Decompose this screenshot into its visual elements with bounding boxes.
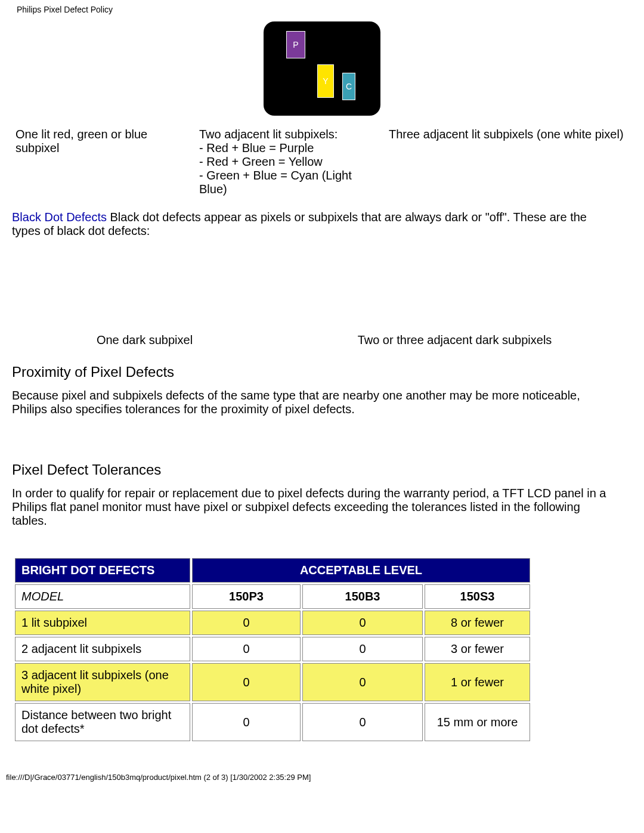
model-cell: 150P3 <box>192 584 301 609</box>
table-row: 2 adjacent lit subpixels003 or fewer <box>15 637 530 661</box>
table-model-row: MODEL 150P3 150B3 150S3 <box>15 584 530 609</box>
caption-two-adjacent-line3: - Green + Blue = Cyan (Light Blue) <box>199 169 378 196</box>
yellow-subpixel-icon: Y <box>317 64 334 98</box>
dark-subpixel-captions: One dark subpixel Two or three adjacent … <box>12 333 632 347</box>
tolerances-heading: Pixel Defect Tolerances <box>12 462 632 478</box>
table-row: 3 adjacent lit subpixels (one white pixe… <box>15 663 530 701</box>
defect-type-cell: 1 lit subpixel <box>15 611 190 635</box>
tolerance-cell: 0 <box>302 611 423 635</box>
bright-dot-defects-table: BRIGHT DOT DEFECTS ACCEPTABLE LEVEL MODE… <box>13 556 532 743</box>
defect-type-cell: Distance between two bright dot defects* <box>15 703 190 741</box>
caption-three-adjacent: Three adjacent lit subpixels (one white … <box>389 128 628 196</box>
tolerance-cell: 0 <box>302 703 423 741</box>
black-dot-defects-paragraph: Black Dot Defects Black dot defects appe… <box>12 210 608 238</box>
table-row: Distance between two bright dot defects*… <box>15 703 530 741</box>
bright-dot-defects-header: BRIGHT DOT DEFECTS <box>15 558 190 583</box>
lit-subpixel-captions: One lit red, green or blue subpixel Two … <box>12 122 632 202</box>
tolerance-cell: 0 <box>192 703 301 741</box>
tolerance-cell: 0 <box>302 663 423 701</box>
caption-two-three-dark: Two or three adjacent dark subpixels <box>277 333 632 347</box>
tolerance-cell: 0 <box>302 637 423 661</box>
defect-type-cell: 3 adjacent lit subpixels (one white pixe… <box>15 663 190 701</box>
subpixel-diagram: P Y C <box>12 21 632 116</box>
page-header: Philips Pixel Defect Policy <box>12 0 632 18</box>
acceptable-level-header: ACCEPTABLE LEVEL <box>192 558 530 583</box>
black-dot-defects-title: Black Dot Defects <box>12 210 107 224</box>
model-label: MODEL <box>15 584 190 609</box>
page-footer: file:///D|/Grace/03771/english/150b3mq/p… <box>0 743 644 788</box>
model-cell: 150B3 <box>302 584 423 609</box>
cyan-subpixel-icon: C <box>342 73 355 100</box>
tolerance-cell: 1 or fewer <box>425 663 530 701</box>
tolerance-cell: 8 or fewer <box>425 611 530 635</box>
tolerance-cell: 15 mm or more <box>425 703 530 741</box>
tolerance-cell: 0 <box>192 663 301 701</box>
caption-two-adjacent-line1: - Red + Blue = Purple <box>199 141 378 155</box>
caption-two-adjacent-line2: - Red + Green = Yellow <box>199 155 378 169</box>
tolerances-text: In order to qualify for repair or replac… <box>12 487 608 528</box>
tolerance-cell: 3 or fewer <box>425 637 530 661</box>
defect-type-cell: 2 adjacent lit subpixels <box>15 637 190 661</box>
caption-two-adjacent-title: Two adjacent lit subpixels: <box>199 128 378 141</box>
model-cell: 150S3 <box>425 584 530 609</box>
proximity-heading: Proximity of Pixel Defects <box>12 364 632 380</box>
tolerance-cell: 0 <box>192 611 301 635</box>
proximity-text: Because pixel and subpixels defects of t… <box>12 389 608 416</box>
table-row: 1 lit subpixel008 or fewer <box>15 611 530 635</box>
table-header-row: BRIGHT DOT DEFECTS ACCEPTABLE LEVEL <box>15 558 530 583</box>
purple-subpixel-icon: P <box>286 31 305 58</box>
caption-one-lit: One lit red, green or blue subpixel <box>16 128 188 196</box>
tolerance-cell: 0 <box>192 637 301 661</box>
caption-two-adjacent: Two adjacent lit subpixels: - Red + Blue… <box>199 128 378 196</box>
caption-one-dark: One dark subpixel <box>12 333 277 347</box>
